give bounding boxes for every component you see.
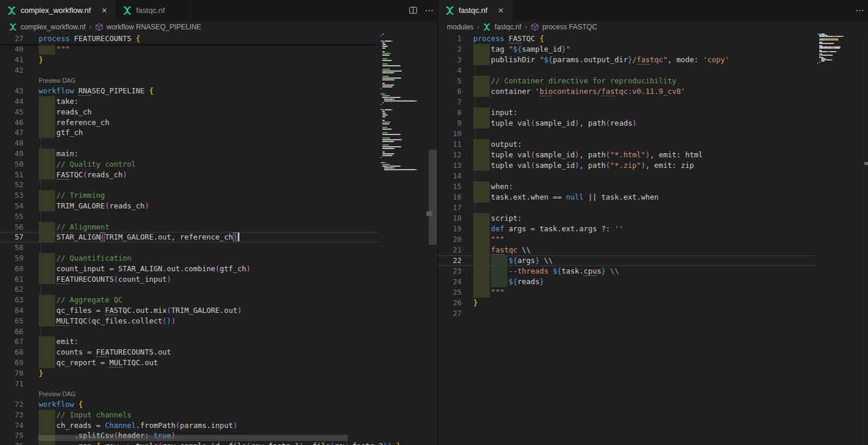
code-line[interactable]: 3 publishDir "${params.output_dir}/fastq… <box>438 55 815 65</box>
sticky-scroll-line[interactable]: 27process FEATURECOUNTS { <box>0 33 378 44</box>
code-line[interactable]: 27 <box>438 308 815 319</box>
code-line[interactable]: 57 STAR_ALIGN(TRIM_GALORE.out, reference… <box>0 232 378 242</box>
horizontal-scrollbar[interactable] <box>38 435 348 441</box>
code-editor-left[interactable]: 40 """41}42Preview DAG43workflow RNASEQ_… <box>0 33 438 445</box>
code-line[interactable]: 17 <box>438 203 815 213</box>
code-line[interactable]: 58 <box>0 242 378 253</box>
code-line[interactable]: 74 ch_reads = Channel.fromPath(params.in… <box>0 420 378 431</box>
code-line[interactable]: 22 ${args} \\ <box>438 255 815 266</box>
codelens-label[interactable]: Preview DAG <box>39 77 76 84</box>
code-line[interactable]: 71 <box>0 379 378 389</box>
code-line[interactable]: 14 <box>438 171 815 181</box>
code-line[interactable]: 48 <box>0 138 378 149</box>
line-number: 70 <box>0 368 23 379</box>
code-line[interactable]: 13 tuple val(sample_id), path("*.zip"), … <box>438 160 815 171</box>
code-line[interactable]: 19 def args = task.ext.args ?: '' <box>438 224 815 234</box>
code-line[interactable]: 8 input: <box>438 107 815 118</box>
tab-fastqc-left[interactable]: fastqc.nf ✕ <box>116 0 189 21</box>
code-line[interactable]: 43workflow RNASEQ_PIPELINE { <box>0 86 378 96</box>
code-line[interactable]: 45 reads_ch <box>0 107 378 117</box>
minimap-line <box>382 153 386 154</box>
close-icon[interactable]: ✕ <box>100 6 109 15</box>
code-line[interactable]: 41} <box>0 55 378 65</box>
code-line[interactable]: 18 script: <box>438 213 815 224</box>
minimap-line <box>384 167 388 168</box>
code-line[interactable]: 63 // Aggregate QC <box>0 295 378 305</box>
code-line[interactable]: 40 """ <box>0 44 378 55</box>
code-line[interactable]: 68 counts = FEATURECOUNTS.out <box>0 347 378 358</box>
breadcrumb-symbol[interactable]: workflow RNASEQ_PIPELINE <box>107 23 201 31</box>
codelens-label[interactable]: Preview DAG <box>39 390 76 397</box>
code-line[interactable]: 4 <box>438 65 815 76</box>
code-line[interactable]: 50 // Quality control <box>0 159 378 170</box>
more-actions-icon[interactable]: ⋯ <box>421 0 438 21</box>
codelens[interactable]: Preview DAG <box>0 75 378 86</box>
code-line[interactable]: 42 <box>0 65 378 76</box>
code-line[interactable]: 69 qc_report = MULTIQC.out <box>0 358 378 368</box>
breadcrumb-file[interactable]: complex_workflow.nf <box>21 23 86 31</box>
code-line[interactable]: 52 <box>0 180 378 190</box>
breadcrumb-symbol[interactable]: process FASTQC <box>542 23 597 31</box>
breadcrumb-folder[interactable]: modules <box>447 23 473 31</box>
code-line[interactable]: 25 """ <box>438 287 815 298</box>
minimap[interactable] <box>815 33 852 445</box>
code-line[interactable]: 55 <box>0 211 378 222</box>
code-line[interactable]: 21 fastqc \\ <box>438 245 815 255</box>
minimap-line <box>394 72 394 73</box>
code-text: when: <box>473 181 513 192</box>
code-text: reference_ch <box>39 117 109 128</box>
breadcrumb-file[interactable]: fastqc.nf <box>494 23 521 31</box>
code-line[interactable]: 62 <box>0 284 378 295</box>
vertical-scrollbar[interactable] <box>429 150 437 245</box>
code-line[interactable]: 64 qc_files = FASTQC.out.mix(TRIM_GALORE… <box>0 305 378 316</box>
code-line[interactable]: 26} <box>438 298 815 308</box>
code-line[interactable]: 1process FASTQC { <box>438 33 815 44</box>
codelens[interactable]: Preview DAG <box>0 389 378 399</box>
minimap-line <box>819 43 823 44</box>
code-line[interactable]: 46 reference_ch <box>0 117 378 128</box>
line-number: 55 <box>0 211 23 222</box>
tab-bar-right: fastqc.nf ✕ ⋯ <box>438 0 868 21</box>
code-line[interactable]: 60 count_input = STAR_ALIGN.out.combine(… <box>0 264 378 274</box>
code-line[interactable]: 7 <box>438 97 815 107</box>
code-line[interactable]: 12 tuple val(sample_id), path("*.html"),… <box>438 150 815 160</box>
code-line[interactable]: 47 gtf_ch <box>0 127 378 138</box>
code-line[interactable]: 2 tag "${sample_id}" <box>438 44 815 55</box>
minimap-line <box>389 141 394 142</box>
code-line[interactable]: 51 FASTQC(reads_ch) <box>0 170 378 180</box>
code-line[interactable]: 10 <box>438 129 815 139</box>
code-line[interactable]: 20 """ <box>438 234 815 245</box>
code-line[interactable]: 72workflow { <box>0 399 378 410</box>
code-line[interactable]: 65 MULTIQC(qc_files.collect()) <box>0 316 378 326</box>
code-line[interactable]: 61 FEATURECOUNTS(count_input) <box>0 274 378 285</box>
code-line[interactable]: 5 // Container directive for reproducibi… <box>438 76 815 86</box>
more-actions-icon[interactable]: ⋯ <box>852 0 868 21</box>
code-editor-right[interactable]: 1process FASTQC {2 tag "${sample_id}"3 p… <box>438 33 868 445</box>
close-icon[interactable]: ✕ <box>496 6 506 15</box>
tab-complex-workflow[interactable]: complex_workflow.nf ✕ <box>0 0 116 21</box>
code-line[interactable]: 11 output: <box>438 139 815 150</box>
code-line[interactable]: 56 // Alignment <box>0 222 378 232</box>
code-line[interactable]: 53 // Trimming <box>0 190 378 201</box>
code-line[interactable]: 6 container 'biocontainers/fastqc:v0.11.… <box>438 86 815 97</box>
code-line[interactable]: 15 when: <box>438 181 815 192</box>
code-line[interactable]: 44 take: <box>0 96 378 107</box>
scrollbar-drag-handle[interactable] <box>426 211 432 216</box>
code-line[interactable]: 59 // Quantification <box>0 253 378 264</box>
code-line[interactable]: 70} <box>0 368 378 379</box>
minimap-line <box>382 164 390 165</box>
code-line[interactable]: 49 main: <box>0 149 378 159</box>
code-line[interactable]: 54 TRIM_GALORE(reads_ch) <box>0 201 378 211</box>
code-line[interactable]: 76 .map { row -> tuple(row.sample_id, fi… <box>0 441 378 445</box>
minimap-line <box>385 93 385 95</box>
tab-fastqc-right[interactable]: fastqc.nf ✕ <box>438 0 512 21</box>
code-line[interactable]: 16 task.ext.when == null || task.ext.whe… <box>438 192 815 203</box>
code-line[interactable]: 9 tuple val(sample_id), path(reads) <box>438 118 815 129</box>
split-editor-icon[interactable] <box>405 0 421 21</box>
code-line[interactable]: 24 ${reads} <box>438 277 815 287</box>
code-line[interactable]: 66 <box>0 326 378 337</box>
minimap[interactable] <box>378 33 429 445</box>
code-line[interactable]: 23 --threads ${task.cpus} \\ <box>438 266 815 277</box>
code-line[interactable]: 67 emit: <box>0 336 378 347</box>
code-line[interactable]: 73 // Input channels <box>0 410 378 420</box>
